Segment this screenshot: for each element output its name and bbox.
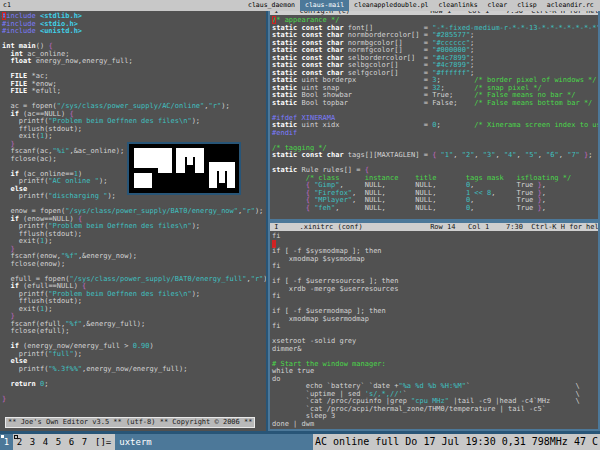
joe-editor-banner: ** Joe's Own Editor v3.5 ** (utf-8) ** C… <box>5 417 255 428</box>
code-line: exit(1); <box>2 238 266 246</box>
code-line: exit(1); <box>2 133 266 141</box>
code-line: xrdb -merge $userresources <box>272 286 598 294</box>
code-line: fi <box>272 293 598 301</box>
code-line: static Bool topbar = False; /* False mea… <box>272 100 598 108</box>
code-line: { "feh", NULL, NULL, 0, True }, <box>272 205 598 213</box>
code-line: xsetroot -solid grey <box>272 338 598 346</box>
dmenu-item-clear[interactable]: clear <box>483 0 513 11</box>
tag-list: 1234567 <box>0 434 91 450</box>
status-text: AC online full Do 17 Jul 19:30 0,31 798M… <box>313 434 600 450</box>
code-line: done | dwm <box>272 421 598 429</box>
code-line: xmodmap $usermodmap <box>272 316 598 324</box>
joe-status-line-config-clipped: I config.h (c) Row 1 Col 1 7:30 Ctrl-K H… <box>270 11 598 15</box>
code-line: sleep 3 <box>272 413 598 421</box>
tag-3[interactable]: 3 <box>26 434 39 450</box>
dmenu-item-cleanappledouble.pl[interactable]: cleanappledouble.pl <box>349 0 433 11</box>
code-line: fi <box>272 323 598 331</box>
dmenu-item-cleanlinks[interactable]: cleanlinks <box>433 0 482 11</box>
dmenu-bar[interactable]: c1 claus_daemonclaus-mailcleanappledoubl… <box>0 0 600 11</box>
code-area-xinitrc: fi if [ -f $sysmodmap ]; then xmodmap $s… <box>270 231 598 428</box>
code-area-config-h: /* appearance */static const char font[]… <box>270 15 598 212</box>
focused-window-title[interactable]: uxterm <box>115 434 313 450</box>
terminal-window-config-h[interactable]: I config.h (c) Row 1 Col 1 7:30 Ctrl-K H… <box>268 11 600 221</box>
code-line: FILE *efull; <box>2 88 266 96</box>
code-line: printf("%.3f%%",energy_now/energy_full); <box>2 366 266 374</box>
code-line: printf("full"); <box>2 351 266 359</box>
code-line: #endif <box>272 130 598 138</box>
layout-symbol[interactable]: []= <box>91 434 115 450</box>
dmenu-input[interactable]: c1 <box>0 0 243 11</box>
tag-2[interactable]: 2 <box>13 434 26 450</box>
code-line: xmodmap $sysmodmap <box>272 256 598 264</box>
code-line <box>2 388 266 396</box>
code-line: exit(1); <box>2 306 266 314</box>
code-line: static const char tags[][MAXTAGLEN] = { … <box>272 152 598 160</box>
code-line: while true <box>272 368 598 376</box>
code-line: #include <unistd.h> <box>2 28 266 36</box>
code-line: fclose(enow); <box>2 261 266 269</box>
joe-status-line-xinitrc: I .xinitrc (conf) Row 14 Col 1 7:30 Ctrl… <box>270 223 598 231</box>
code-line: static uint xidx = 0; /* Xinerama screen… <box>272 122 598 130</box>
code-line: fi <box>272 233 598 241</box>
tag-client-indicator <box>14 435 18 439</box>
dwm-desktop: c1 claus_daemonclaus-mailcleanappledoubl… <box>0 0 600 450</box>
tag-6[interactable]: 6 <box>65 434 78 450</box>
tag-1[interactable]: 1 <box>0 434 13 450</box>
code-area-battery-c: #include <stdlib.h>#include <stdio.h>#in… <box>0 11 266 403</box>
code-line: return 0; <box>2 381 266 389</box>
code-line: float energy_now,energy_full; <box>2 58 266 66</box>
terminal-window-left-battery-c[interactable]: #include <stdlib.h>#include <stdio.h>#in… <box>0 11 268 431</box>
dmenu-item-list: claus_daemonclaus-mailcleanappledouble.p… <box>243 0 600 11</box>
code-line: fclose(efull); <box>2 328 266 336</box>
tag-7[interactable]: 7 <box>78 434 91 450</box>
code-line: fi <box>272 263 598 271</box>
tag-client-indicator <box>1 435 4 438</box>
tag-4[interactable]: 4 <box>39 434 52 450</box>
tag-5[interactable]: 5 <box>52 434 65 450</box>
dmenu-item-acleandir.rc[interactable]: acleandir.rc <box>542 0 599 11</box>
terminal-window-xinitrc[interactable]: I .xinitrc (conf) Row 14 Col 1 7:30 Ctrl… <box>268 221 600 431</box>
code-line: # Start the window manager: <box>272 361 598 369</box>
dmenu-item-clisp[interactable]: clisp <box>512 0 542 11</box>
dmenu-item-claus-mail[interactable]: claus-mail <box>300 0 349 11</box>
code-line: dimmer& <box>272 346 598 354</box>
dmenu-item-claus_daemon[interactable]: claus_daemon <box>243 0 300 11</box>
code-line: } <box>2 396 266 404</box>
dwm-logo-icon <box>129 144 239 193</box>
dwm-status-bar: 1234567 []= uxterm AC online full Do 17 … <box>0 434 600 450</box>
dwm-logo-window[interactable] <box>127 142 241 195</box>
